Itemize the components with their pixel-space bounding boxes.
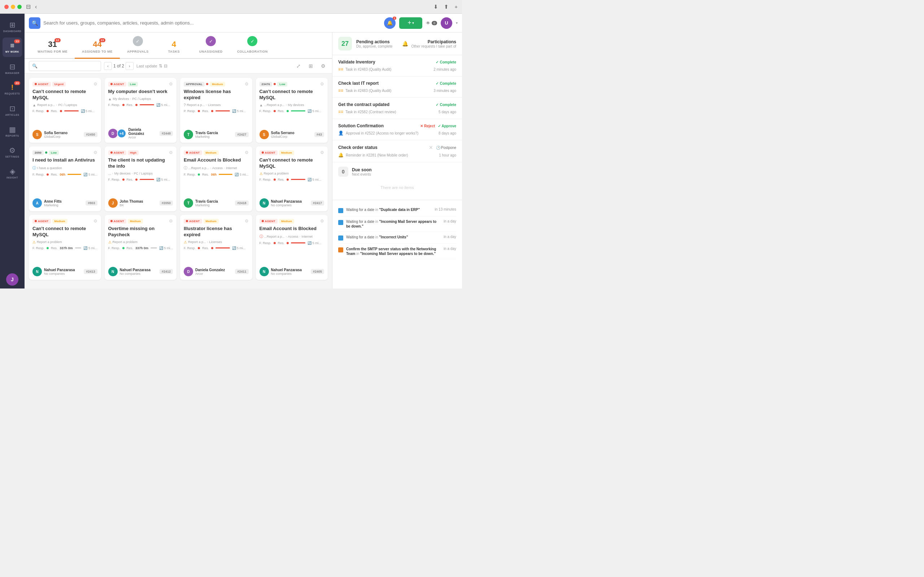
card-header: APPROVAL Medium ⚙: [184, 82, 249, 87]
share-icon[interactable]: ⬆: [444, 3, 449, 10]
add-button[interactable]: + ▾: [399, 17, 422, 29]
card-gear-icon[interactable]: ⚙: [245, 219, 249, 224]
view-button[interactable]: 👁 0: [426, 21, 437, 26]
ticket-card-2427[interactable]: APPROVAL Medium ⚙ Windows license has ex…: [180, 78, 252, 143]
ticket-card-2411[interactable]: AGENT Medium ⚙ Illustrator license has e…: [180, 215, 252, 280]
ticket-card-2405[interactable]: AGENT Medium ⚙ Email Account is Blocked …: [256, 215, 328, 280]
sidebar-item-mywork[interactable]: 13 ≡ MY WORK: [3, 37, 22, 57]
card-gear-icon[interactable]: ⚙: [320, 82, 324, 87]
number-tag: 23476: [260, 82, 273, 87]
card-gear-icon[interactable]: ⚙: [94, 82, 97, 87]
nav-back-icon[interactable]: ‹: [35, 3, 37, 10]
sidebar-toggle-icon[interactable]: ⊟: [26, 3, 31, 10]
action-buttons: ✕ 🕐 Postpone: [429, 145, 456, 150]
res-time: 337h 0m: [135, 246, 149, 250]
user-company: Arcor: [195, 272, 225, 276]
traffic-lights: [4, 5, 22, 9]
maximize-button[interactable]: [17, 5, 22, 9]
card-gear-icon[interactable]: ⚙: [320, 150, 324, 155]
user-avatar[interactable]: J: [6, 273, 18, 285]
download-icon[interactable]: ⬇: [433, 3, 438, 10]
reject-button[interactable]: ✕ Reject: [420, 124, 435, 128]
sidebar-item-requests[interactable]: 23 ! REQUESTS: [3, 79, 22, 99]
card-header: AGENT Medium ⚙: [184, 219, 249, 224]
sidebar-item-insight[interactable]: ◈ INSIGHT: [3, 163, 22, 182]
toolbar-search-input[interactable]: [39, 64, 98, 68]
breadcrumb-item2: Access: [212, 166, 223, 170]
ticket-card-2418[interactable]: AGENT Medium ⚙ Email Account is Blocked …: [180, 147, 252, 211]
user-company: GlobalCorp: [44, 135, 68, 139]
tab-assigned-to-me[interactable]: 44 13 ASSIGNED TO ME: [75, 36, 120, 59]
tab-unassigned[interactable]: ✓ UNASSIGNED: [192, 32, 230, 59]
sidebar-item-articles[interactable]: ⊡ ARTICLES: [3, 100, 22, 120]
card-gear-icon[interactable]: ⚙: [169, 150, 173, 155]
prev-page-button[interactable]: ‹: [104, 62, 112, 70]
tab-approvals[interactable]: ✓ APPROVALS: [120, 32, 156, 59]
main-split: 31 12 WAITING FOR ME 44 13 ASSIGNED TO M…: [24, 32, 462, 288]
ticket-card-2450[interactable]: AGENT Urgent ⚙ Can't connect to remote M…: [29, 78, 101, 143]
due-info: Due soon Next events: [352, 167, 372, 176]
user-avatar: S: [32, 130, 42, 139]
minimize-button[interactable]: [11, 5, 15, 9]
right-body: Validate Inventory ✓ Complete ≡≡ Task in…: [333, 55, 462, 288]
sidebar-item-manager[interactable]: ⊟ MANAGER: [3, 58, 22, 78]
priority-badge: Medium: [128, 219, 143, 224]
expand-icon[interactable]: ⤢: [294, 61, 303, 71]
dashboard-icon: ⊞: [10, 21, 16, 29]
card-breadcrumb: ⚠ Report a problem: [108, 240, 173, 244]
grid-view-icon[interactable]: ⊞: [306, 61, 315, 71]
card-gear-icon[interactable]: ⚙: [245, 150, 249, 155]
priority-badge: Medium: [279, 219, 294, 224]
tab-collaboration[interactable]: ✓ COLLABORATION: [230, 32, 275, 59]
bell-icon: 🔔: [387, 20, 393, 26]
add-tab-icon[interactable]: +: [454, 3, 458, 10]
time-label: 🔄 5 mi...: [307, 241, 321, 245]
user-company: No companies: [44, 272, 75, 276]
card-gear-icon[interactable]: ⚙: [169, 219, 173, 224]
card-title: The client is not updating the info: [108, 157, 173, 169]
waiting-label: WAITING FOR ME: [37, 50, 68, 53]
priority-badge: Low: [49, 150, 59, 155]
search-button[interactable]: 🔍: [29, 17, 40, 29]
user-menu-button[interactable]: U: [441, 17, 452, 29]
tab-waiting-for-me[interactable]: 31 12 WAITING FOR ME: [30, 36, 75, 59]
approve-button[interactable]: ✓ Approve: [438, 124, 456, 128]
close-button[interactable]: [4, 5, 9, 9]
f-resp-dot: [122, 247, 124, 249]
time-label: 🔄 5 mi...: [307, 178, 321, 181]
notification-button[interactable]: 🔔 1: [384, 17, 396, 29]
postpone-button[interactable]: 🕐 Postpone: [436, 145, 456, 150]
tab-tasks[interactable]: 4 TASKS: [156, 36, 192, 59]
card-gear-icon[interactable]: ⚙: [94, 150, 97, 155]
ticket-card-803[interactable]: 2050 Low ⚙ I need to install an Antiviru…: [29, 147, 101, 211]
progress-bar: [215, 110, 230, 111]
user-dropdown-icon[interactable]: ▾: [456, 21, 458, 25]
sidebar-item-reports[interactable]: ▦ REPORTS: [3, 121, 22, 141]
card-gear-icon[interactable]: ⚙: [320, 219, 324, 224]
sidebar-item-settings[interactable]: ⚙ SETTINGS: [3, 142, 22, 161]
next-page-button[interactable]: ›: [126, 62, 134, 70]
card-title: Can't connect to remote MySQL: [260, 89, 325, 101]
sidebar-item-dashboard[interactable]: ⊞ DASHBOARD: [3, 16, 22, 36]
user-avatar: S: [260, 130, 269, 139]
card-gear-icon[interactable]: ⚙: [245, 82, 249, 87]
user-company: No companies: [271, 272, 302, 276]
f-resp-label: F. Resp.: [260, 109, 271, 113]
ticket-card-2417[interactable]: AGENT Medium ⚙ Can't connect to remote M…: [256, 147, 328, 211]
participation-info: Participations Other requests I take par…: [411, 39, 456, 48]
sidebar-label-reports: REPORTS: [5, 134, 19, 137]
due-title: Due soon: [352, 167, 372, 172]
breadcrumb-arrow: ›: [206, 103, 207, 107]
ticket-card-43[interactable]: 23476 Low ⚙ Can't connect to remote MySQ…: [256, 78, 328, 143]
ticket-card-2050[interactable]: AGENT High ⚙ The client is not updating …: [105, 147, 177, 211]
mywork-badge: 13: [14, 39, 20, 43]
search-input[interactable]: [43, 20, 381, 26]
breadcrumb-item1: My devices: [115, 172, 131, 175]
card-gear-icon[interactable]: ⚙: [169, 82, 173, 87]
settings-icon[interactable]: ⚙: [318, 61, 328, 71]
ticket-card-2448[interactable]: AGENT Low ⚙ My computer doesn't work ▲ M…: [105, 78, 177, 143]
ticket-card-2412[interactable]: AGENT Medium ⚙ Overtime missing on Paych…: [105, 215, 177, 280]
ticket-card-2413[interactable]: AGENT Medium ⚙ Can't connect to remote M…: [29, 215, 101, 280]
tag-dot: [110, 152, 113, 154]
card-gear-icon[interactable]: ⚙: [94, 219, 97, 224]
